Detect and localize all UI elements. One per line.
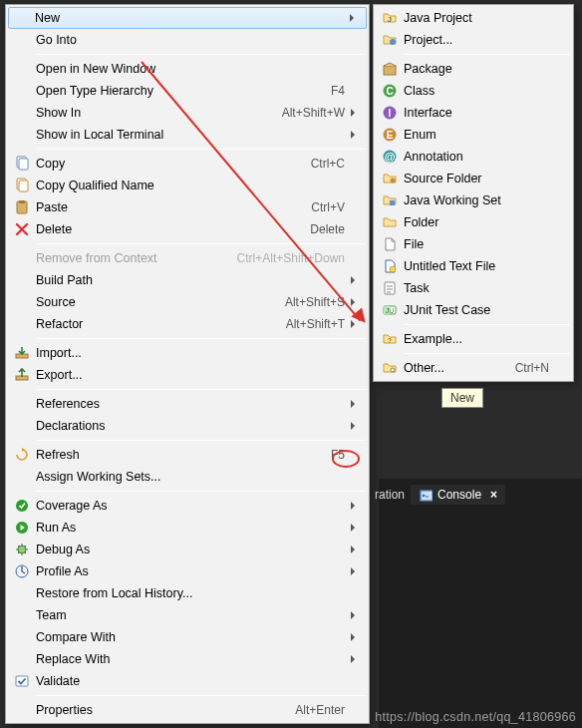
tooltip-new: New: [441, 388, 483, 408]
menu-item-package[interactable]: Package: [376, 58, 571, 80]
menu-item-label: Enum: [404, 128, 549, 142]
project-icon: [379, 29, 401, 51]
menu-item-import[interactable]: Import...: [8, 342, 367, 364]
menu-item-java-project[interactable]: Java Project: [376, 7, 571, 29]
menu-item-label: Task: [404, 281, 549, 295]
menu-item-label: Remove from Context: [36, 251, 237, 265]
menu-item-label: Assign Working Sets...: [36, 470, 345, 484]
menu-item-validate[interactable]: Validate: [8, 670, 367, 692]
menu-item-interface[interactable]: Interface: [376, 102, 571, 124]
menu-item-source[interactable]: SourceAlt+Shift+S: [8, 291, 367, 313]
example-icon: [379, 328, 401, 350]
menu-item-label: Interface: [404, 106, 549, 120]
copy-qn-icon: [11, 175, 33, 196]
menu-item-enum[interactable]: Enum: [376, 124, 571, 146]
menu-item-shortcut: Alt+Shift+T: [286, 317, 345, 331]
menu-item-compare-with[interactable]: Compare With: [8, 626, 367, 648]
menu-item-label: Copy: [36, 157, 311, 171]
menu-item-label: Export...: [36, 368, 345, 382]
menu-item-folder[interactable]: Folder: [376, 211, 571, 233]
paste-icon: [11, 196, 33, 218]
menu-item-assign-working-sets[interactable]: Assign Working Sets...: [8, 466, 367, 488]
menu-item-shortcut: Alt+Enter: [295, 703, 345, 717]
menu-item-properties[interactable]: PropertiesAlt+Enter: [8, 699, 367, 721]
menu-item-run-as[interactable]: Run As: [8, 517, 367, 539]
tab-console[interactable]: Console ×: [411, 485, 505, 505]
close-icon[interactable]: ×: [490, 488, 497, 502]
menu-item-delete[interactable]: DeleteDelete: [8, 218, 367, 240]
class-icon: [379, 80, 401, 102]
bottom-tab-strip: ration Console ×: [369, 483, 580, 507]
interface-icon: [379, 102, 401, 124]
menu-item-open-type-hierarchy[interactable]: Open Type HierarchyF4: [8, 80, 367, 102]
menu-item-go-into[interactable]: Go Into: [8, 29, 367, 51]
menu-item-label: Compare With: [36, 630, 345, 644]
menu-item-restore-from-local-history[interactable]: Restore from Local History...: [8, 582, 367, 604]
menu-separator: [36, 149, 366, 150]
junit-icon: [379, 299, 401, 321]
new-submenu: Java ProjectProject...PackageClassInterf…: [373, 4, 574, 382]
menu-item-shortcut: Ctrl+C: [311, 157, 345, 171]
menu-item-open-in-new-window[interactable]: Open in New Window: [8, 58, 367, 80]
menu-item-refresh[interactable]: RefreshF5: [8, 444, 367, 466]
delete-icon: [11, 218, 33, 240]
menu-item-team[interactable]: Team: [8, 604, 367, 626]
menu-item-project[interactable]: Project...: [376, 29, 571, 51]
menu-item-copy[interactable]: CopyCtrl+C: [8, 153, 367, 175]
menu-item-label: Run As: [36, 521, 345, 535]
menu-item-class[interactable]: Class: [376, 80, 571, 102]
menu-item-label: JUnit Test Case: [404, 303, 549, 317]
menu-item-show-in[interactable]: Show InAlt+Shift+W: [8, 102, 367, 124]
menu-item-shortcut: Alt+Shift+S: [285, 295, 345, 309]
menu-item-show-in-local-terminal[interactable]: Show in Local Terminal: [8, 124, 367, 146]
blank-icon: [11, 415, 33, 437]
menu-item-copy-qualified-name[interactable]: Copy Qualified Name: [8, 175, 367, 196]
menu-item-label: Source Folder: [404, 172, 549, 185]
blank-icon: [11, 7, 33, 29]
menu-item-other[interactable]: Other...Ctrl+N: [376, 357, 571, 379]
menu-item-untitled-text-file[interactable]: Untitled Text File: [376, 255, 571, 277]
blank-icon: [11, 102, 33, 124]
menu-item-label: Source: [36, 295, 285, 309]
menu-item-profile-as[interactable]: Profile As: [8, 560, 367, 582]
menu-item-file[interactable]: File: [376, 233, 571, 255]
menu-item-shortcut: F4: [331, 84, 345, 98]
menu-item-new[interactable]: New: [8, 7, 367, 29]
menu-item-source-folder[interactable]: Source Folder: [376, 168, 571, 189]
menu-item-build-path[interactable]: Build Path: [8, 269, 367, 291]
menu-item-label: Coverage As: [36, 499, 345, 513]
menu-item-declarations[interactable]: Declarations: [8, 415, 367, 437]
menu-item-junit-test-case[interactable]: JUnit Test Case: [376, 299, 571, 321]
menu-item-java-working-set[interactable]: Java Working Set: [376, 189, 571, 211]
tab-label-partial[interactable]: ration: [369, 488, 411, 502]
menu-item-label: Folder: [404, 215, 549, 229]
menu-item-task[interactable]: Task: [376, 277, 571, 299]
java-project-icon: [379, 7, 401, 29]
menu-item-export[interactable]: Export...: [8, 364, 367, 386]
menu-item-annotation[interactable]: Annotation: [376, 146, 571, 168]
menu-separator: [404, 324, 570, 325]
blank-icon: [11, 313, 33, 335]
run-icon: [11, 517, 33, 539]
menu-item-references[interactable]: References: [8, 393, 367, 415]
context-menu: NewGo IntoOpen in New WindowOpen Type Hi…: [5, 4, 370, 724]
menu-item-shortcut: Delete: [310, 222, 345, 236]
menu-item-replace-with[interactable]: Replace With: [8, 648, 367, 670]
menu-item-label: Refresh: [36, 448, 331, 462]
menu-item-debug-as[interactable]: Debug As: [8, 539, 367, 560]
menu-item-refactor[interactable]: RefactorAlt+Shift+T: [8, 313, 367, 335]
menu-item-example[interactable]: Example...: [376, 328, 571, 350]
menu-item-label: Project...: [404, 33, 549, 47]
source-folder-icon: [379, 168, 401, 189]
menu-item-coverage-as[interactable]: Coverage As: [8, 495, 367, 517]
export-icon: [11, 364, 33, 386]
menu-item-label: Delete: [36, 222, 310, 236]
menu-item-paste[interactable]: PasteCtrl+V: [8, 196, 367, 218]
menu-item-label: Java Project: [404, 11, 549, 25]
validate-icon: [11, 670, 33, 692]
menu-separator: [36, 243, 366, 244]
console-icon: [419, 488, 433, 502]
blank-icon: [11, 466, 33, 488]
menu-item-label: Replace With: [36, 652, 345, 666]
menu-item-label: Validate: [36, 674, 345, 688]
